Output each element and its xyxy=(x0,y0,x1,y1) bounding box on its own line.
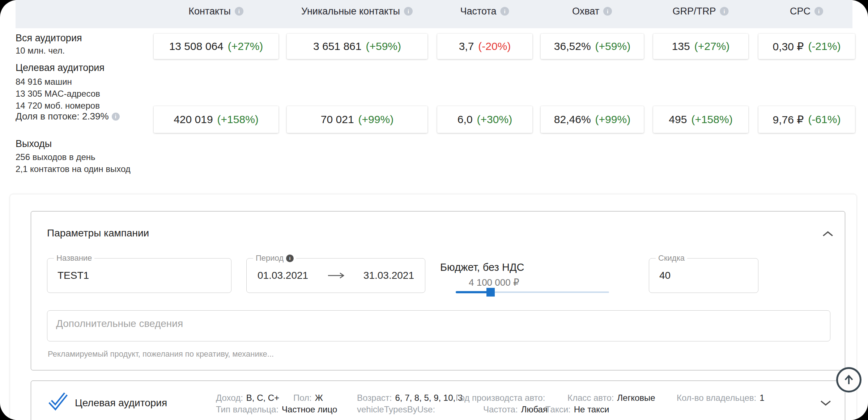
delta-badge: (+30%) xyxy=(477,113,512,126)
budget-slider-thumb[interactable] xyxy=(486,288,495,297)
campaign-period-field[interactable]: Период i 01.03.2021 31.03.2021 xyxy=(246,258,425,293)
metric-target-frequency: 6,0 (+30%) xyxy=(437,106,532,133)
column-label: Охват xyxy=(572,6,599,17)
column-label: CPC xyxy=(790,6,810,17)
delta-badge: (+59%) xyxy=(595,40,631,52)
ta-income: Доход:B, C, C+ xyxy=(216,393,279,403)
outputs-title: Выходы xyxy=(16,138,52,150)
column-header-frequency: Частота i xyxy=(460,0,509,22)
campaign-name-input[interactable] xyxy=(47,259,231,293)
media-planner-page: Контакты i Уникальные контакты i Частота… xyxy=(0,0,868,420)
scroll-to-top-button[interactable] xyxy=(836,367,861,392)
ta-age: Возраст:6, 7, 8, 5, 9, 10, 3 xyxy=(357,393,463,403)
column-header-reach: Охват i xyxy=(572,0,612,22)
target-audience-panel-title: Целевая аудитория xyxy=(75,397,167,409)
target-audience-cars: 84 916 машин xyxy=(16,77,72,87)
period-start-date[interactable]: 01.03.2021 xyxy=(258,270,308,281)
expand-target-audience-button[interactable] xyxy=(820,400,831,407)
delta-badge: (+27%) xyxy=(228,40,263,52)
metric-all-unique: 3 651 861 (+59%) xyxy=(287,34,427,59)
metric-all-contacts: 13 508 064 (+27%) xyxy=(154,34,278,59)
campaign-name-label: Название xyxy=(54,253,94,263)
info-icon[interactable]: i xyxy=(603,7,612,16)
outputs-per-day: 256 выходов в день xyxy=(16,152,95,162)
ta-gender: Пол:Ж xyxy=(293,393,323,403)
metric-all-cpc: 0,30 ₽ (-21%) xyxy=(758,34,855,59)
target-audience-title: Целевая аудитория xyxy=(16,62,105,74)
info-icon[interactable]: i xyxy=(235,7,243,16)
column-label: Уникальные контакты xyxy=(301,6,400,17)
column-label: GRP/TRP xyxy=(672,6,716,17)
metric-all-grp: 135 (+27%) xyxy=(653,34,748,59)
arrow-right-icon xyxy=(327,272,345,279)
metric-target-reach: 82,46% (+99%) xyxy=(541,106,644,133)
info-icon[interactable]: i xyxy=(404,7,413,16)
ta-owner-count: Кол-во владельцев:1 xyxy=(677,393,765,403)
column-header-contacts: Контакты i xyxy=(188,0,243,22)
column-header-cpc: CPC i xyxy=(790,0,823,22)
delta-badge: (+27%) xyxy=(694,40,730,52)
metric-target-grp: 495 (+158%) xyxy=(653,106,748,133)
period-end-date[interactable]: 31.03.2021 xyxy=(363,270,414,281)
info-icon[interactable]: i xyxy=(720,7,729,16)
discount-field[interactable]: Скидка xyxy=(649,258,758,293)
ta-taxi: Такси:Не такси xyxy=(545,404,609,415)
delta-badge: (-21%) xyxy=(808,40,841,52)
column-header-unique-contacts: Уникальные контакты i xyxy=(301,0,413,22)
campaign-period-label: Период i xyxy=(253,253,296,263)
info-icon[interactable]: i xyxy=(501,7,509,16)
ta-production-year: Год производста авто: xyxy=(456,393,548,403)
ta-owner-type: Тип владельца:Частное лицо xyxy=(216,404,337,415)
ta-car-class: Класс авто:Легковые xyxy=(567,393,655,403)
discount-input[interactable] xyxy=(649,259,758,293)
metric-target-contacts: 420 019 (+158%) xyxy=(154,106,278,133)
budget-slider[interactable] xyxy=(456,287,609,297)
metric-all-reach: 36,52% (+59%) xyxy=(541,34,644,59)
metric-target-cpc: 9,76 ₽ (-61%) xyxy=(758,106,855,133)
delta-badge: (+158%) xyxy=(217,113,259,126)
campaign-name-field[interactable]: Название xyxy=(47,258,231,293)
chevron-down-icon xyxy=(820,400,831,406)
budget-label: Бюджет, без НДС xyxy=(440,261,524,273)
double-check-icon xyxy=(47,390,69,411)
all-audience-size: 10 млн. чел. xyxy=(16,46,65,56)
delta-badge: (-20%) xyxy=(478,40,511,52)
flow-share-label: Доля в потоке: 2.39% xyxy=(16,111,109,122)
notes-textarea[interactable] xyxy=(47,310,830,341)
target-audience-phones: 14 720 моб. номеров xyxy=(16,101,100,111)
all-audience-title: Вся аудитория xyxy=(16,33,82,44)
chevron-up-icon xyxy=(822,231,833,237)
budget-slider-fill xyxy=(456,291,490,293)
column-label: Частота xyxy=(460,6,496,17)
target-audience-mac: 13 305 MAC-адресов xyxy=(16,89,100,99)
delta-badge: (-61%) xyxy=(808,113,841,126)
info-icon[interactable]: i xyxy=(814,7,823,16)
contacts-per-output: 2,1 контактов на один выход xyxy=(16,164,131,174)
metric-all-frequency: 3,7 (-20%) xyxy=(437,34,532,59)
column-header-grp-trp: GRP/TRP i xyxy=(672,0,728,22)
delta-badge: (+99%) xyxy=(595,113,631,126)
metric-target-unique: 70 021 (+99%) xyxy=(287,106,427,133)
campaign-parameters-title: Параметры кампании xyxy=(47,227,149,239)
delta-badge: (+99%) xyxy=(358,113,394,126)
collapse-panel-button[interactable] xyxy=(822,231,833,238)
discount-label: Скидка xyxy=(656,253,687,263)
delta-badge: (+59%) xyxy=(366,40,401,52)
flow-share-row: Доля в потоке: 2.39% i xyxy=(16,111,120,122)
info-icon[interactable]: i xyxy=(112,113,120,121)
arrow-up-icon xyxy=(843,374,854,386)
ta-frequency: Частота:Любая xyxy=(483,404,548,415)
info-icon[interactable]: i xyxy=(286,255,294,262)
budget-amount: 4 100 000 ₽ xyxy=(469,277,519,288)
column-label: Контакты xyxy=(188,6,231,17)
ta-vehicle-types: vehicleTypesByUse: xyxy=(357,404,438,415)
budget-slider-track[interactable] xyxy=(494,291,609,293)
delta-badge: (+158%) xyxy=(691,113,732,126)
notes-helper-text: Рекламируемый продукт, пожелания по креа… xyxy=(48,349,274,359)
